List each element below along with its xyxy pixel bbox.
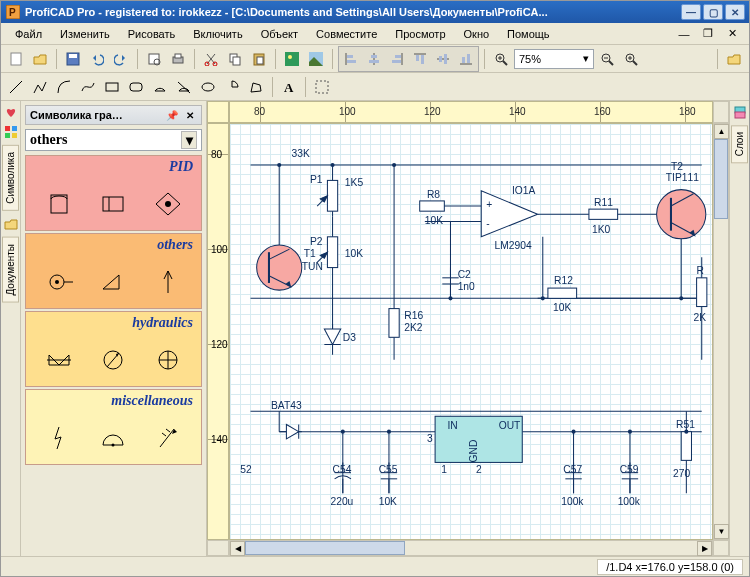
symbol-icon[interactable] [99, 267, 127, 297]
pin-icon[interactable]: 📌 [165, 108, 179, 122]
mdi-minimize-button[interactable]: — [673, 23, 695, 45]
scrollbar-vertical[interactable]: ▲ ▼ [713, 123, 729, 540]
menu-align[interactable]: Совместите [308, 26, 385, 42]
new-button[interactable] [5, 48, 27, 70]
align-bottom-button[interactable] [455, 48, 477, 70]
selection-tool[interactable] [311, 76, 333, 98]
category-select[interactable]: others ▾ [25, 129, 202, 151]
symbol-icon[interactable] [154, 423, 182, 453]
scrollbar-horizontal[interactable]: ◀ ▶ [207, 540, 729, 556]
scroll-down-button[interactable]: ▼ [714, 524, 729, 539]
component-bat43 [279, 424, 302, 438]
category-hydraulics[interactable]: hydraulics [25, 311, 202, 387]
svg-point-183 [448, 296, 452, 300]
svg-text:R: R [697, 265, 704, 276]
palette-icon[interactable] [4, 125, 18, 139]
menu-object[interactable]: Объект [253, 26, 306, 42]
polyline-tool[interactable] [29, 76, 51, 98]
align-hcenter-button[interactable] [363, 48, 385, 70]
svg-rect-8 [175, 54, 181, 58]
image2-button[interactable] [305, 48, 327, 70]
zoom-select[interactable]: 75% ▾ [514, 49, 594, 69]
scroll-up-button[interactable]: ▲ [714, 124, 729, 139]
image1-button[interactable] [281, 48, 303, 70]
cut-button[interactable] [200, 48, 222, 70]
tab-documents[interactable]: Документы [2, 237, 19, 303]
menu-edit[interactable]: Изменить [52, 26, 118, 42]
symbol-icon[interactable] [45, 267, 73, 297]
category-others[interactable]: others [25, 233, 202, 309]
scroll-thumb[interactable] [245, 541, 405, 555]
chord-tool[interactable] [173, 76, 195, 98]
svg-text:TUN: TUN [302, 261, 323, 272]
svg-text:220u: 220u [330, 496, 353, 507]
symbol-icon[interactable] [45, 345, 73, 375]
menu-window[interactable]: Окно [456, 26, 498, 42]
minimize-button[interactable]: — [681, 4, 701, 20]
zoom-tool-button[interactable] [490, 48, 512, 70]
line-tool[interactable] [5, 76, 27, 98]
scroll-thumb[interactable] [714, 139, 728, 219]
heart-icon[interactable] [4, 105, 18, 119]
print-button[interactable] [167, 48, 189, 70]
category-pid[interactable]: PID [25, 155, 202, 231]
folder-button[interactable] [723, 48, 745, 70]
undo-button[interactable] [86, 48, 108, 70]
tab-layers[interactable]: Слои [731, 125, 748, 163]
component-p1 [327, 180, 337, 211]
mdi-restore-button[interactable]: ❐ [697, 23, 719, 45]
close-button[interactable]: ✕ [725, 4, 745, 20]
redo-button[interactable] [110, 48, 132, 70]
align-top-button[interactable] [409, 48, 431, 70]
menu-file[interactable]: Файл [7, 26, 50, 42]
rect-tool[interactable] [101, 76, 123, 98]
zoom-in-button[interactable] [620, 48, 642, 70]
zoom-out-button[interactable] [596, 48, 618, 70]
menu-draw[interactable]: Рисовать [120, 26, 184, 42]
paste-button[interactable] [248, 48, 270, 70]
spline-tool[interactable] [77, 76, 99, 98]
svg-text:R16: R16 [404, 310, 423, 321]
print-preview-button[interactable] [143, 48, 165, 70]
svg-point-64 [55, 280, 59, 284]
svg-text:T2: T2 [671, 161, 683, 172]
panel-close-button[interactable]: ✕ [183, 108, 197, 122]
open-button[interactable] [29, 48, 51, 70]
svg-text:IO1A: IO1A [512, 185, 536, 196]
symbol-icon[interactable] [154, 267, 182, 297]
symbol-icon[interactable] [154, 345, 182, 375]
arc-tool[interactable] [53, 76, 75, 98]
align-left-button[interactable] [340, 48, 362, 70]
folder-icon[interactable] [4, 217, 18, 231]
drawing-canvas[interactable]: 33K P1 1K5 R8 10K IO1A LM2904 R11 1K0 T2… [229, 123, 713, 540]
maximize-button[interactable]: ▢ [703, 4, 723, 20]
symbol-icon[interactable] [154, 189, 182, 219]
save-button[interactable] [62, 48, 84, 70]
menu-help[interactable]: Помощь [499, 26, 558, 42]
mdi-close-button[interactable]: ✕ [721, 23, 743, 45]
pie-tool[interactable] [221, 76, 243, 98]
scroll-left-button[interactable]: ◀ [230, 541, 245, 556]
menu-view[interactable]: Просмотр [387, 26, 453, 42]
category-miscellaneous[interactable]: miscellaneous [25, 389, 202, 465]
text-tool[interactable]: A [278, 76, 300, 98]
symbol-icon[interactable] [99, 189, 127, 219]
schematic: 33K P1 1K5 R8 10K IO1A LM2904 R11 1K0 T2… [230, 124, 712, 540]
svg-point-186 [341, 430, 345, 434]
symbol-icon[interactable] [45, 423, 73, 453]
ellipse-arc-tool[interactable] [149, 76, 171, 98]
align-right-button[interactable] [386, 48, 408, 70]
symbol-icon[interactable] [45, 189, 73, 219]
roundrect-tool[interactable] [125, 76, 147, 98]
layers-icon[interactable] [733, 105, 747, 119]
ellipse-tool[interactable] [197, 76, 219, 98]
symbol-icon[interactable] [99, 345, 127, 375]
symbol-icon[interactable] [99, 423, 127, 453]
menu-insert[interactable]: Включить [185, 26, 250, 42]
copy-button[interactable] [224, 48, 246, 70]
scroll-right-button[interactable]: ▶ [697, 541, 712, 556]
align-vcenter-button[interactable] [432, 48, 454, 70]
svg-point-181 [330, 163, 334, 167]
polygon-tool[interactable] [245, 76, 267, 98]
tab-symbols[interactable]: Символика [2, 145, 19, 211]
